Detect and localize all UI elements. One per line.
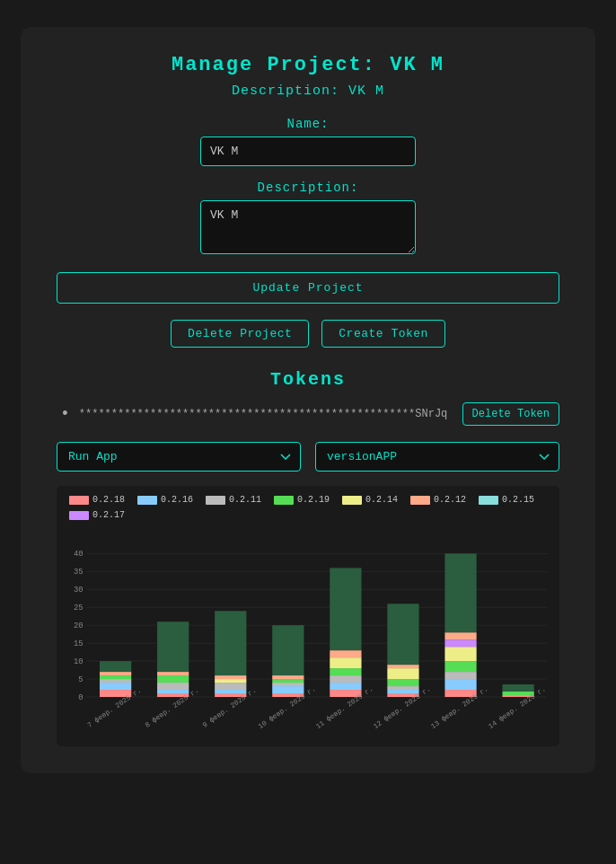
- bar-segment: [387, 665, 418, 668]
- bar-segment: [387, 679, 418, 686]
- token-value: ****************************************…: [79, 408, 453, 420]
- bar-segment: [444, 679, 476, 690]
- bar-segment: [215, 683, 246, 690]
- description-textarea[interactable]: [200, 200, 416, 254]
- tokens-title: Tokens: [57, 369, 559, 390]
- bar-segment: [272, 675, 304, 679]
- bar-segment: [100, 675, 131, 679]
- bar-segment: [387, 668, 418, 679]
- page-title: Manage Project: VK M: [57, 54, 559, 76]
- svg-text:5: 5: [78, 675, 83, 684]
- main-card: Manage Project: VK M Description: VK M N…: [21, 27, 595, 773]
- legend-item: 0.2.15: [479, 495, 534, 505]
- chart-wrapper: 05101520253035407 февр. 2025 г.8 февр. 2…: [60, 527, 556, 743]
- svg-text:40: 40: [74, 550, 84, 559]
- bar-segment: [100, 679, 131, 683]
- bar-segment: [444, 639, 476, 647]
- bar-segment: [444, 632, 476, 639]
- version-dropdown[interactable]: versionAPP v0.2.18 v0.2.17: [315, 442, 559, 472]
- bar-segment: [444, 661, 476, 672]
- bar-segment: [157, 622, 189, 672]
- svg-text:20: 20: [74, 622, 84, 630]
- bar-segment: [387, 686, 418, 690]
- description-label: Description:: [57, 181, 559, 195]
- legend-item: 0.2.18: [69, 495, 125, 505]
- chart-area: 0.2.180.2.160.2.110.2.190.2.140.2.120.2.…: [57, 486, 559, 746]
- dropdowns-row: Run App Option 2 versionAPP v0.2.18 v0.2…: [57, 442, 559, 472]
- update-project-button[interactable]: Update Project: [57, 272, 559, 304]
- bar-segment: [100, 683, 131, 690]
- svg-text:30: 30: [74, 586, 84, 595]
- chart-legend: 0.2.180.2.160.2.110.2.190.2.140.2.120.2.…: [60, 495, 556, 520]
- bar-segment: [330, 568, 361, 650]
- bar-segment: [272, 625, 304, 675]
- bar-segment: [330, 657, 361, 668]
- run-app-dropdown[interactable]: Run App Option 2: [57, 442, 301, 472]
- legend-item: 0.2.11: [206, 495, 261, 505]
- bar-segment: [215, 675, 246, 679]
- bar-segment: [387, 604, 418, 665]
- delete-project-button[interactable]: Delete Project: [171, 320, 309, 348]
- chart-svg: 05101520253035407 февр. 2025 г.8 февр. 2…: [60, 527, 556, 743]
- token-row: • **************************************…: [57, 402, 559, 426]
- legend-item: 0.2.14: [342, 495, 398, 505]
- legend-item: 0.2.12: [410, 495, 466, 505]
- bar-segment: [100, 672, 131, 675]
- svg-text:35: 35: [74, 568, 84, 577]
- legend-item: 0.2.17: [69, 510, 125, 520]
- bar-segment: [157, 675, 189, 683]
- token-bullet: •: [60, 406, 70, 422]
- svg-text:0: 0: [78, 693, 83, 702]
- name-input[interactable]: [200, 137, 416, 166]
- bar-segment: [330, 650, 361, 657]
- action-buttons-row: Delete Project Create Token: [57, 320, 559, 348]
- bar-segment: [157, 683, 189, 690]
- bar-segment: [272, 683, 304, 686]
- svg-text:25: 25: [74, 604, 84, 613]
- bar-segment: [215, 611, 246, 675]
- bar-segment: [157, 672, 189, 675]
- bar-segment: [444, 672, 476, 679]
- bar-segment: [387, 690, 418, 693]
- bar-segment: [215, 690, 246, 693]
- bar-segment: [272, 679, 304, 683]
- svg-text:10: 10: [74, 657, 84, 666]
- bar-segment: [330, 675, 361, 683]
- bar-segment: [444, 647, 476, 661]
- bar-segment: [330, 668, 361, 675]
- bar-segment: [100, 661, 131, 672]
- svg-text:15: 15: [74, 639, 84, 648]
- delete-token-button[interactable]: Delete Token: [462, 402, 559, 426]
- bar-segment: [444, 553, 476, 632]
- bar-segment: [330, 683, 361, 690]
- page-description: Description: VK M: [57, 84, 559, 99]
- bar-segment: [272, 686, 304, 693]
- name-label: Name:: [57, 117, 559, 131]
- legend-item: 0.2.19: [274, 495, 330, 505]
- bar-segment: [215, 679, 246, 683]
- bar-segment: [502, 684, 533, 692]
- create-token-button[interactable]: Create Token: [321, 320, 445, 348]
- bar-segment: [157, 690, 189, 693]
- legend-item: 0.2.16: [137, 495, 193, 505]
